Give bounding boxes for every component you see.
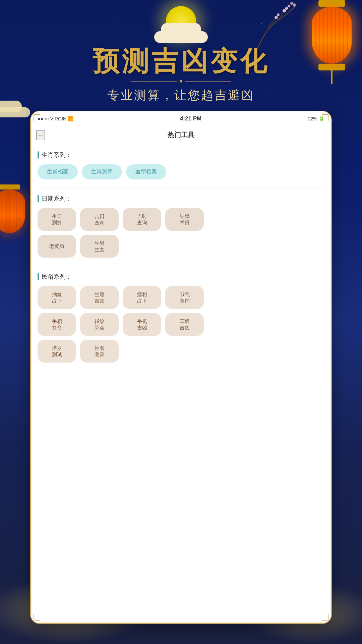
status-bar: ●●○○ VIRGIN 📶 4:21 PM 22% 🔋 [31,111,331,126]
carrier-name: VIRGIN [50,116,66,121]
btn-zhiwen-suanming[interactable]: 指纹算命 [80,313,119,336]
section-date: 日期系列： 生日测算 吉日查询 吉时查询 结婚择日 老黄历 生男生女 [38,195,324,258]
corner-br [322,614,328,621]
btn-birthday-cesuan[interactable]: 生日测算 [38,208,76,231]
btn-xingming-cesuan[interactable]: 姓名测算 [80,340,119,363]
folklore-buttons-row3: 塔罗测试 姓名测算 [38,340,324,363]
cloud-moon-decoration [151,23,211,43]
svg-point-1 [285,7,288,10]
btn-chouqian-zhanbu[interactable]: 抽签占卜 [38,286,76,309]
section-shengxiao-title: 生肖系列： [38,151,324,159]
section-shengxiao: 生肖系列： 生肖档案 生肖测算 血型档案 [38,151,324,179]
divider-1 [38,187,324,188]
svg-point-4 [277,13,280,16]
date-buttons-row2: 老黄历 生男生女 [38,235,324,258]
btn-sheng-nannv[interactable]: 生男生女 [80,235,119,258]
btn-shouji-jixiong[interactable]: 手机吉凶 [123,313,161,336]
corner-bl [34,614,40,621]
corner-tr [322,114,328,121]
divider-2 [38,266,324,266]
main-title-area: 预测吉凶变化 [0,44,362,80]
btn-shengxiao-dangan[interactable]: 生肖档案 [38,164,78,179]
btn-chepai-jixiong[interactable]: 车牌吉凶 [165,313,204,336]
section-indicator-2 [38,195,39,202]
section-folklore: 民俗系列： 抽签占卜 生理吉凶 痣相占卜 节气查询 手相算命 指纹算命 手机吉凶… [38,273,324,363]
back-button[interactable]: ← [36,130,45,140]
btn-jishi-chaxun[interactable]: 吉时查询 [123,208,161,231]
date-buttons-row1: 生日测算 吉日查询 吉时查询 结婚择日 [38,208,324,231]
btn-taluo-ceshi[interactable]: 塔罗测试 [38,340,76,363]
corner-tl [34,114,40,121]
subtitle-text: 专业测算，让您趋吉避凶 [0,87,362,104]
btn-shengli-jixiong[interactable]: 生理吉凶 [80,286,119,309]
wifi-icon: 📶 [68,116,73,121]
page-title: 热门工具 [168,130,194,140]
shengxiao-buttons: 生肖档案 生肖测算 血型档案 [38,164,324,179]
btn-xuexing-dangan[interactable]: 血型档案 [126,164,166,179]
btn-zhixiang-zhanbu[interactable]: 痣相占卜 [123,286,161,309]
title-divider [131,80,231,83]
section-folklore-label: 民俗系列： [42,273,72,281]
folklore-buttons-row1: 抽签占卜 生理吉凶 痣相占卜 节气查询 [38,286,324,309]
svg-point-2 [288,5,290,7]
svg-point-3 [275,16,278,19]
main-heading: 预测吉凶变化 [0,44,362,80]
section-indicator [38,151,39,159]
subtitle-area: 专业测算，让您趋吉避凶 [0,87,362,104]
section-folklore-title: 民俗系列： [38,273,324,281]
svg-point-5 [293,3,296,7]
section-date-title: 日期系列： [38,195,324,203]
section-shengxiao-label: 生肖系列： [42,151,72,159]
content-area: 生肖系列： 生肖档案 生肖测算 血型档案 日期系列： 生日测算 吉日查询 吉时查… [31,144,331,623]
phone-mockup: ●●○○ VIRGIN 📶 4:21 PM 22% 🔋 ← 热门工具 生肖系列：… [30,111,332,624]
folklore-buttons-row2: 手相算命 指纹算命 手机吉凶 车牌吉凶 [38,313,324,336]
btn-jieqi-chaxun[interactable]: 节气查询 [165,286,204,309]
btn-laohongli[interactable]: 老黄历 [38,235,76,258]
lantern-left-decoration [0,184,25,233]
section-date-label: 日期系列： [42,195,72,203]
svg-point-0 [283,9,286,12]
status-time: 4:21 PM [180,115,201,122]
btn-shouxiang-suanming[interactable]: 手相算命 [38,313,76,336]
btn-jiri-chaxun[interactable]: 吉日查询 [80,208,119,231]
btn-jiehun-zeri[interactable]: 结婚择日 [165,208,204,231]
svg-point-6 [290,2,293,5]
battery-percent: 22% [308,116,317,121]
signal-area: ●●○○ VIRGIN 📶 [38,116,73,121]
nav-bar: ← 热门工具 [31,126,331,144]
section-indicator-3 [38,273,39,280]
btn-shengxiao-cesuan[interactable]: 生肖测算 [82,164,122,179]
